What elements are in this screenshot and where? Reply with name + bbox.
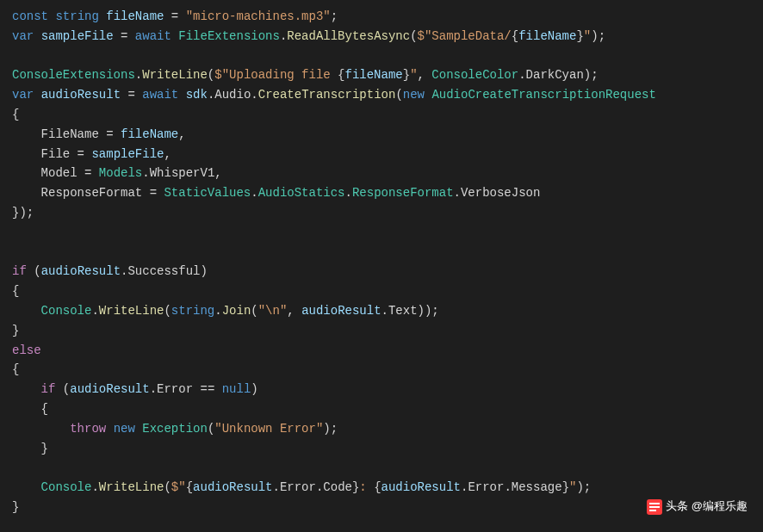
svg-rect-3	[649, 510, 656, 511]
code-line-21: {	[12, 399, 751, 419]
code-line-20: if (audioResult.Error == null)	[12, 380, 751, 399]
code-line-7: FileName = fileName,	[12, 125, 751, 145]
watermark-prefix: 头条	[666, 497, 688, 517]
svg-rect-2	[649, 506, 660, 508]
code-line-9: Model = Models.WhisperV1,	[12, 164, 751, 183]
code-line-12	[12, 223, 751, 243]
code-line-23: }	[12, 439, 751, 459]
code-line-3	[12, 46, 751, 66]
code-line-26: }	[12, 498, 751, 517]
code-line-1: const string fileName = "micro-machines.…	[12, 7, 751, 27]
code-line-6: {	[12, 105, 751, 125]
code-line-16: Console.WriteLine(string.Join("\n", audi…	[12, 301, 751, 321]
code-editor[interactable]: const string fileName = "micro-machines.…	[12, 7, 751, 517]
code-line-18: else	[12, 341, 751, 361]
code-line-5: var audioResult = await sdk.Audio.Create…	[12, 85, 751, 105]
code-line-17: }	[12, 321, 751, 341]
watermark: 头条 @编程乐趣	[647, 497, 747, 517]
toutiao-icon	[647, 499, 662, 515]
code-line-14: if (audioResult.Successful)	[12, 262, 751, 281]
code-line-25: Console.WriteLine($"{audioResult.Error.C…	[12, 478, 751, 498]
code-line-8: File = sampleFile,	[12, 145, 751, 164]
code-line-24	[12, 458, 751, 478]
code-line-4: ConsoleExtensions.WriteLine($"Uploading …	[12, 65, 751, 85]
code-line-13	[12, 243, 751, 263]
code-line-19: {	[12, 360, 751, 380]
code-line-15: {	[12, 281, 751, 301]
watermark-handle: @编程乐趣	[692, 497, 747, 517]
svg-rect-1	[649, 503, 660, 504]
code-line-11: });	[12, 203, 751, 223]
code-line-22: throw new Exception("Unknown Error");	[12, 419, 751, 439]
code-line-2: var sampleFile = await FileExtensions.Re…	[12, 27, 751, 46]
code-line-10: ResponseFormat = StaticValues.AudioStati…	[12, 183, 751, 203]
